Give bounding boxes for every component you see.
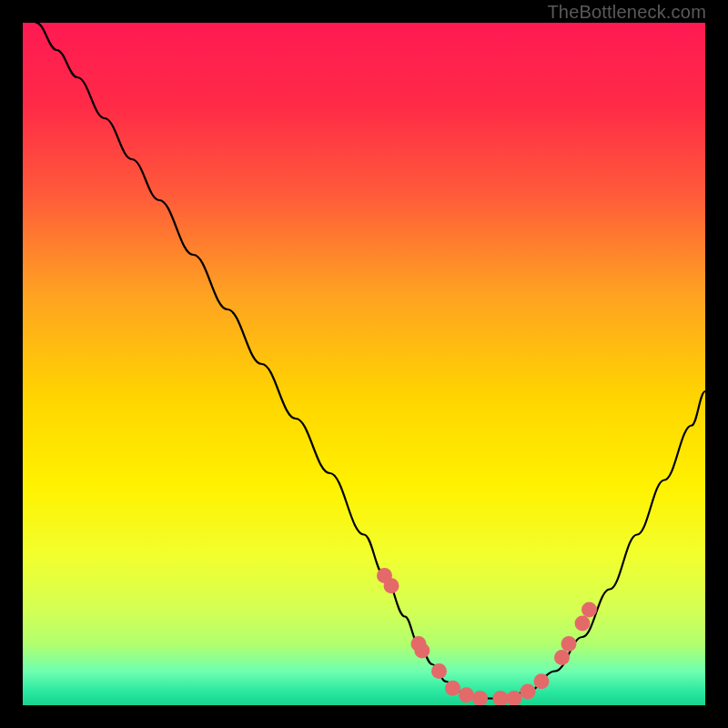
- data-point: [575, 616, 591, 632]
- curve-svg: [23, 23, 705, 705]
- bottleneck-curve: [36, 23, 705, 699]
- data-point: [384, 578, 399, 593]
- data-point: [521, 684, 536, 700]
- data-point: [445, 681, 460, 696]
- data-point: [472, 691, 488, 705]
- data-point: [581, 602, 597, 618]
- watermark-text: TheBottleneck.com: [547, 2, 706, 23]
- data-point: [534, 673, 550, 689]
- data-point: [459, 687, 474, 703]
- data-point: [554, 650, 570, 665]
- data-point: [414, 643, 430, 659]
- highlighted-points: [377, 568, 597, 705]
- data-point: [493, 691, 509, 705]
- plot-area: [23, 23, 705, 705]
- chart-frame: TheBottleneck.com: [0, 0, 728, 728]
- data-point: [431, 663, 447, 679]
- data-point: [561, 636, 577, 652]
